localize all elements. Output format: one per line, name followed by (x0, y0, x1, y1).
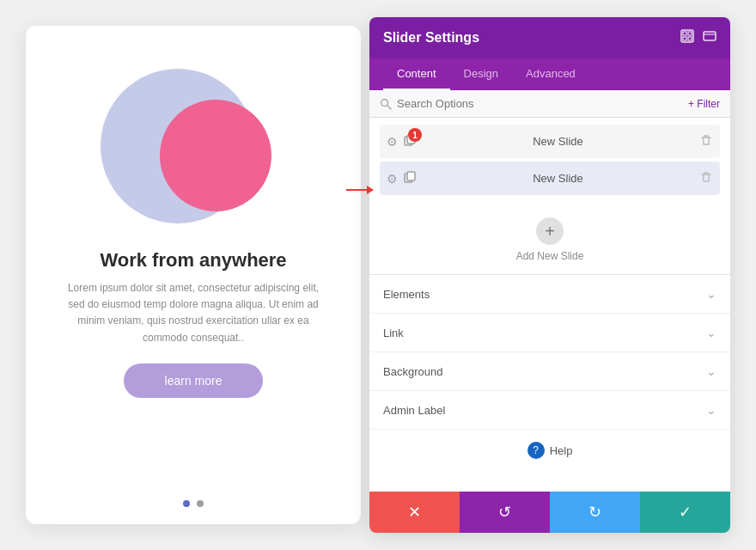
svg-rect-12 (688, 32, 692, 35)
svg-rect-15 (704, 32, 716, 40)
slide-1-delete[interactable] (699, 133, 713, 150)
chevron-elements: ⌄ (706, 287, 716, 301)
add-slide-button[interactable]: + (536, 217, 564, 245)
slide-2-delete[interactable] (699, 170, 713, 186)
wireframe-icon-btn[interactable] (680, 29, 694, 46)
illustration-area (43, 52, 344, 241)
preview-title: Work from anywhere (100, 249, 286, 272)
accordion-link[interactable]: Link ⌄ (369, 314, 730, 352)
learn-more-button[interactable]: learn more (124, 364, 264, 398)
duplicate-icon-1[interactable]: 1 (403, 133, 417, 150)
search-bar: + Filter (369, 90, 730, 118)
accordion-background-label: Background (383, 365, 442, 378)
accordion-section: Elements ⌄ Link ⌄ Background ⌄ Admin Lab… (369, 274, 730, 430)
badge-1: 1 (408, 128, 422, 142)
dot-2[interactable] (197, 500, 204, 507)
arrow-line (346, 189, 367, 191)
svg-rect-22 (407, 172, 415, 180)
add-slide-area: + Add New Slide (369, 205, 730, 274)
trash-icon-1 (699, 133, 713, 147)
chevron-background: ⌄ (706, 364, 716, 378)
preview-body: Lorem ipsum dolor sit amet, consectetur … (64, 280, 322, 346)
header-icons (680, 29, 716, 46)
trash-icon-2 (699, 170, 713, 184)
undo-button[interactable]: ↺ (460, 492, 550, 533)
svg-rect-11 (683, 32, 686, 35)
tab-advanced[interactable]: Advanced (512, 58, 589, 90)
slide-1-icons: ⚙ 1 (387, 133, 417, 150)
chevron-admin: ⌄ (706, 403, 716, 417)
accordion-admin-label[interactable]: Admin Label ⌄ (369, 391, 730, 430)
pagination-dots (183, 500, 204, 507)
settings-title: Slider Settings (383, 30, 479, 46)
svg-line-18 (387, 106, 391, 109)
accordion-elements[interactable]: Elements ⌄ (369, 275, 730, 314)
settings-icon-1[interactable]: ⚙ (387, 135, 398, 149)
dot-1[interactable] (183, 500, 190, 507)
help-text: Help (550, 444, 573, 457)
settings-icon-2[interactable]: ⚙ (387, 172, 398, 186)
accordion-elements-label: Elements (383, 288, 430, 301)
tab-design[interactable]: Design (450, 58, 512, 90)
bottom-bar: ✕ ↺ ↻ ✓ (369, 492, 730, 533)
duplicate-icon-2[interactable] (403, 170, 417, 186)
search-icon (380, 98, 392, 110)
arrow-indicator (346, 186, 374, 194)
help-section[interactable]: ? Help (369, 430, 730, 471)
search-input[interactable] (397, 97, 683, 110)
tab-content[interactable]: Content (383, 58, 450, 90)
svg-rect-13 (683, 37, 686, 40)
redo-button[interactable]: ↻ (550, 492, 640, 533)
settings-header: Slider Settings (369, 17, 730, 58)
preview-panel: Work from anywhere Lorem ipsum dolor sit… (26, 26, 361, 524)
slide-1-label: New Slide (417, 135, 699, 148)
settings-panel: Slider Settings Content Design (369, 17, 730, 533)
arrow-head (367, 186, 374, 194)
copy-icon-2 (403, 170, 417, 184)
slide-2-icons: ⚙ (387, 170, 417, 186)
slide-2-label: New Slide (417, 172, 699, 185)
filter-button[interactable]: + Filter (688, 98, 720, 110)
svg-point-17 (381, 99, 388, 106)
ok-button[interactable]: ✓ (640, 492, 730, 533)
svg-rect-14 (688, 37, 692, 40)
expand-icon (703, 29, 716, 43)
accordion-link-label: Link (383, 327, 404, 339)
tabs-bar: Content Design Advanced (369, 58, 730, 90)
chevron-link: ⌄ (706, 326, 716, 339)
add-slide-label: Add New Slide (516, 250, 584, 262)
slide-item-2: ⚙ New Slide (380, 162, 720, 195)
wireframe-icon (680, 29, 694, 43)
help-icon: ? (527, 442, 545, 459)
red-circle (160, 100, 271, 211)
accordion-background[interactable]: Background ⌄ (369, 352, 730, 391)
accordion-admin-label-text: Admin Label (383, 404, 445, 417)
slide-item-1: ⚙ 1 New Slide (380, 125, 720, 158)
expand-icon-btn[interactable] (703, 29, 716, 46)
slides-section: ⚙ 1 New Slide ⚙ (369, 118, 730, 205)
cancel-button[interactable]: ✕ (369, 492, 460, 533)
